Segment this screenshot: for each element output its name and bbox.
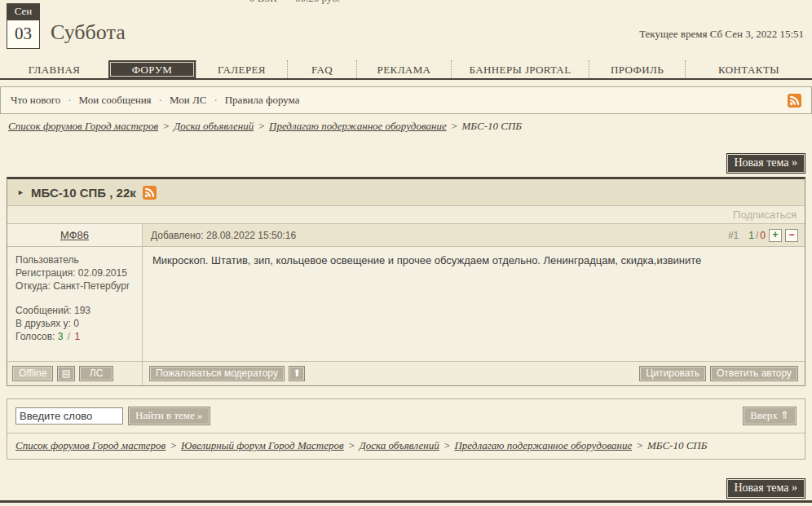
subscribe-link[interactable]: Подписаться [733,209,797,221]
breadcrumb-link-board[interactable]: Доска объявлений [174,120,254,132]
nav-item-galereya[interactable]: ГАЛЕРЕЯ [196,60,287,78]
topic-panel: ► МБС-10 СПБ , 22к Подписаться МФ86 Доба… [7,177,805,386]
topic-rss-icon[interactable] [143,186,157,200]
breadcrumb: Список форумов Город мастеров>Доска объя… [8,120,522,133]
subnav-link-forum-rules[interactable]: Правила форума [225,94,300,107]
subnav-link-my-pm[interactable]: Мои ЛС [170,94,206,107]
breadcrumb-separator: > [258,120,265,132]
nav-item-glavnaya[interactable]: ГЛАВНАЯ [0,60,108,78]
current-time: Текущее время Сб Сен 3, 2022 15:51 [639,28,804,41]
topbar-left-fragment: 0 ВЗК [249,0,277,5]
up-arrow-icon: ⬆ [293,367,301,379]
nav-item-kontakty[interactable]: КОНТАКТЫ [685,60,812,78]
subscribe-row: Подписаться [7,205,805,223]
user-info-cell: Пользователь Регистрация: 02.09.2015 Отк… [7,247,143,361]
subnav-link-my-posts[interactable]: Мои сообщения [79,94,152,107]
report-to-moderator-button[interactable]: Пожаловаться модератору [149,366,285,381]
scroll-top-icon-button[interactable]: ⬆ [289,366,305,381]
votes-positive: 3 [58,331,64,342]
topic-title: МБС-10 СПБ , 22к [31,186,136,200]
rating-separator: / [756,230,758,241]
post-body: Микроскоп. Штатив, зип, кольцевое освеще… [143,247,805,361]
rating-negative: 0 [760,230,766,241]
votes-separator: / [68,331,70,342]
breadcrumb-link-board[interactable]: Доска объявлений [359,439,439,451]
search-input[interactable] [15,407,123,425]
topic-header: ► МБС-10 СПБ , 22к [7,179,805,205]
nav-item-profil[interactable]: ПРОФИЛЬ [589,60,685,78]
go-up-button[interactable]: Вверх ⇑ [743,407,797,425]
post-added-timestamp: Добавлено: 28.08.2022 15:50:16 [151,230,296,241]
weekday-heading: Суббота [51,20,126,45]
subnav-separator: · [214,94,217,107]
breadcrumb-separator: > [451,120,458,132]
rss-icon[interactable] [788,94,801,108]
post-footer-right: Пожаловаться модератору ⬆ Цитировать Отв… [143,361,805,385]
user-message-count: Сообщений: 193 [15,304,134,317]
breadcrumb-link-forum-list[interactable]: Список форумов Город мастеров [15,439,165,451]
subnav-bar: Что нового · Мои сообщения · Мои ЛС · Пр… [0,86,812,114]
breadcrumb-link-jewelry-forum[interactable]: Ювелирный форум Город Мастеров [181,439,344,451]
topic-tools-panel: Найти в теме » Вверх ⇑ Список форумов Го… [7,398,805,460]
forum-page: 0 ВЗК 00.20 руб. Сен 03 Суббота Текущее … [0,0,812,506]
subnav-separator: · [68,94,71,107]
nav-item-faq[interactable]: FAQ [287,60,356,78]
clipped-topbar: 0 ВЗК 00.20 руб. [0,0,812,6]
post-footer-left: Offline ▤ ЛС [7,361,143,385]
nav-item-bannery[interactable]: БАННЕРЫ JPORTAL [451,60,589,78]
breadcrumb-separator: > [444,439,451,451]
breadcrumb-link-used-equipment[interactable]: Предлагаю подержанное оборудование [454,439,632,451]
post: МФ86 Добавлено: 28.08.2022 15:50:16 #1 1… [7,223,805,385]
nav-item-reklama[interactable]: РЕКЛАМА [356,60,451,78]
author-link[interactable]: МФ86 [60,229,89,241]
find-in-topic-button[interactable]: Найти в теме » [128,407,210,425]
topbar-right-fragment: 00.20 руб. [295,0,340,5]
subnav-link-whats-new[interactable]: Что нового [11,94,60,107]
calendar-widget: Сен 03 [7,3,40,49]
post-header-cell: Добавлено: 28.08.2022 15:50:16 #1 1/0 + … [143,224,805,247]
user-votes: Голосов: 3 / 1 [15,330,134,343]
votes-negative: 1 [75,331,81,342]
breadcrumb-link-used-equipment[interactable]: Предлагаю подержанное оборудование [269,120,447,132]
nav-item-forum[interactable]: ФОРУМ [108,60,196,78]
rating-positive: 1 [748,230,754,241]
vote-minus-button[interactable]: − [785,229,798,242]
posts-icon: ▤ [61,367,70,379]
breadcrumb-separator: > [636,439,643,451]
bottom-breadcrumb-row: Список форумов Город мастеров>Ювелирный … [7,433,805,459]
post-author-cell: МФ86 [7,224,143,247]
user-posts-icon-button[interactable]: ▤ [57,366,74,381]
offline-status-button[interactable]: Offline [12,366,53,381]
votes-label: Голосов: [15,331,55,342]
subnav-separator: · [159,94,162,107]
reply-author-button[interactable]: Ответить автору [710,366,798,381]
breadcrumb-bottom: Список форумов Город мастеров>Ювелирный … [7,439,805,452]
breadcrumb-link-forum-list[interactable]: Список форумов Город мастеров [8,120,158,132]
quote-button[interactable]: Цитировать [639,366,706,381]
user-group: Пользователь [15,253,134,266]
search-row: Найти в теме » Вверх ⇑ [7,399,805,433]
main-nav: ГЛАВНАЯ ФОРУМ ГАЛЕРЕЯ FAQ РЕКЛАМА БАННЕР… [0,60,812,80]
post-number: #1 [728,230,739,241]
breadcrumb-current: МБС-10 СПБ [462,120,522,132]
vote-plus-button[interactable]: + [769,229,782,242]
new-topic-button[interactable]: Новая тема » [726,153,806,174]
breadcrumb-separator: > [348,439,355,451]
topic-marker-icon: ► [17,188,24,196]
calendar-day: 03 [7,20,40,49]
user-info-gap [15,293,134,304]
breadcrumb-current: МБС-10 СПБ [647,439,707,451]
user-location: Откуда: Санкт-Петербург [15,279,134,293]
user-registration: Регистрация: 02.09.2015 [15,266,134,279]
user-friends-count: В друзьях у: 0 [15,317,134,330]
post-rating: 1/0 [748,230,766,241]
new-topic-button-bottom[interactable]: Новая тема » [726,478,806,499]
footer-divider [0,500,812,503]
pm-button[interactable]: ЛС [79,366,114,381]
breadcrumb-separator: > [170,439,177,451]
breadcrumb-separator: > [162,120,170,132]
calendar-month: Сен [7,3,40,20]
